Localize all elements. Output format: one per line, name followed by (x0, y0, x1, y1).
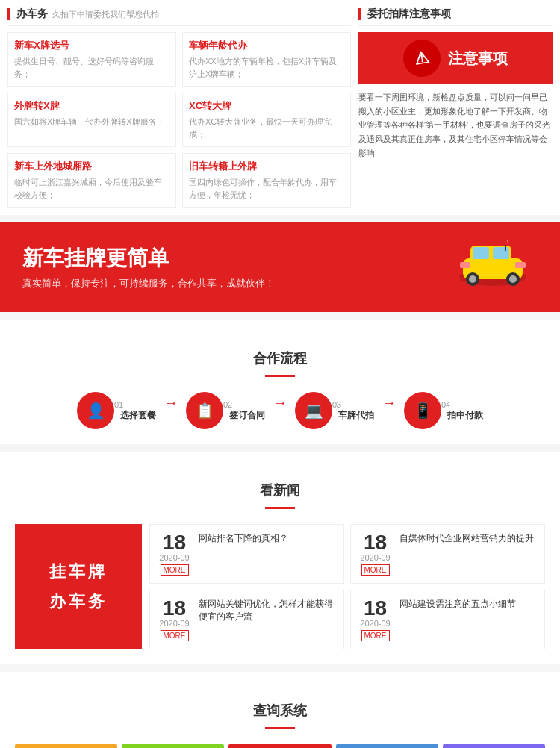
svg-rect-9 (515, 262, 526, 268)
process-step-0: 👤 01 选择套餐 (77, 392, 156, 429)
service-card-2[interactable]: 外牌转X牌 国六如将X牌车辆，代办外牌转X牌服务； (7, 93, 176, 147)
news-day-0: 18 (158, 532, 191, 553)
service-title-4: 新车上外地城厢路 (14, 160, 169, 173)
service-desc-3: 代办XC转大牌业务，最快一天可办理完成； (189, 116, 344, 140)
news-date-2: 18 2020-09 MORE (158, 598, 191, 641)
service-desc-5: 国四内绿色可操作，配合年龄代办，用车方便，年检无忧； (189, 176, 344, 201)
svg-text:!: ! (507, 239, 508, 244)
news-more-2[interactable]: MORE (161, 630, 189, 641)
news-title: 看新闻 (15, 481, 545, 499)
notice-badge-text: 注意事项 (448, 49, 508, 69)
top-section: 办车务 久拍下中请委托我们帮您代拍 新车X牌选号 提供生日号、靓号、选好号码等咨… (0, 0, 560, 215)
news-headline-0: 网站排名下降的真相？ (199, 532, 288, 545)
news-section: 看新闻 挂车牌 办车务 18 2020-09 MORE 网站排名下降的真相？ (0, 452, 560, 664)
news-month-2: 2020-09 (158, 619, 191, 628)
banner-subtitle: 真实简单，保持专注，可持续服务，合作共享，成就伙伴！ (22, 277, 275, 290)
step-num-2: 03 (332, 400, 374, 409)
process-section: 合作流程 👤 01 选择套餐 → 📋 02 签订合同 → (0, 320, 560, 444)
service-card-5[interactable]: 旧车转籍上外牌 国四内绿色可操作，配合年龄代办，用车方便，年检无忧； (182, 153, 351, 208)
query-btn-0[interactable]: 上海机牌拍卖价查询 (15, 744, 117, 748)
services-left: 办车务 久拍下中请委托我们帮您代拍 新车X牌选号 提供生日号、靓号、选好号码等咨… (7, 7, 351, 208)
service-desc-2: 国六如将X牌车辆，代办外牌转X牌服务； (14, 116, 169, 128)
news-card-3[interactable]: 18 2020-09 MORE 网站建设需注意的五点小细节 (350, 590, 545, 649)
news-card-1[interactable]: 18 2020-09 MORE 自媒体时代企业网站营销力的提升 (350, 524, 545, 584)
process-title: 合作流程 (15, 349, 545, 367)
news-headline-1: 自媒体时代企业网站营销力的提升 (399, 532, 534, 545)
news-card-2[interactable]: 18 2020-09 MORE 新网站关键词优化，怎样才能获得便宜的客户流 (149, 590, 344, 649)
news-promo: 挂车牌 办车务 (15, 524, 142, 649)
news-day-3: 18 (358, 598, 392, 619)
service-desc-4: 临时可上浙江嘉兴城厢，今后使用及验车校验方便； (14, 176, 169, 201)
news-day-1: 18 (358, 532, 392, 553)
notice-title: 委托拍牌注意事项 (367, 7, 451, 21)
notice-icon: ⚠ (400, 37, 444, 80)
service-card-4[interactable]: 新车上外地城厢路 临时可上浙江嘉兴城厢，今后使用及验车校验方便； (7, 153, 176, 208)
banner-title: 新车挂牌更简单 (22, 244, 275, 272)
news-content-2: 新网站关键词优化，怎样才能获得便宜的客户流 (199, 598, 336, 627)
services-title: 办车务 (16, 7, 48, 21)
svg-point-6 (469, 275, 476, 283)
service-desc-1: 代办XX地方的车辆年检，包括X牌车辆及沪上X牌车辆； (189, 55, 344, 80)
query-btn-1[interactable]: 标书是否激活查询 (122, 744, 224, 748)
step-label-0: 选择套餐 (120, 409, 156, 422)
service-title-2: 外牌转X牌 (14, 99, 169, 113)
query-btn-4[interactable]: 单位竞拍成交查询 (443, 744, 545, 748)
news-more-0[interactable]: MORE (161, 564, 189, 576)
news-promo-line-1: 办车务 (49, 587, 108, 617)
service-grid: 新车X牌选号 提供生日号、靓号、选好号码等咨询服务； 车辆年龄代办 代办XX地方… (7, 32, 351, 208)
step-label-2: 车牌代拍 (338, 409, 374, 422)
news-more-3[interactable]: MORE (361, 630, 390, 641)
service-card-0[interactable]: 新车X牌选号 提供生日号、靓号、选好号码等咨询服务； (7, 32, 176, 87)
process-step-2: 💻 03 车牌代拍 (295, 392, 374, 429)
process-underline (265, 375, 295, 377)
query-title: 查询系统 (15, 702, 545, 720)
banner: 新车挂牌更简单 真实简单，保持专注，可持续服务，合作共享，成就伙伴！ ! (0, 222, 560, 312)
notice-content: 要看一下周围环境，新检盘点质量，可以问一问早已搬入的小区业主，更加形象化地了解一… (358, 90, 553, 160)
step-label-1: 签订合同 (229, 409, 265, 422)
car-mascot-icon: ! (452, 232, 534, 302)
svg-rect-3 (473, 247, 489, 259)
process-step-1: 📋 02 签订合同 (186, 392, 265, 429)
notice-badge: ⚠ 注意事项 (358, 32, 553, 84)
svg-rect-4 (493, 247, 509, 259)
process-steps: 👤 01 选择套餐 → 📋 02 签订合同 → 💻 (15, 392, 545, 429)
news-headline-3: 网站建设需注意的五点小细节 (399, 598, 516, 611)
news-month-0: 2020-09 (158, 553, 191, 562)
service-desc-0: 提供生日号、靓号、选好号码等咨询服务； (14, 55, 169, 80)
step-num-3: 04 (441, 400, 483, 409)
news-underline (265, 507, 295, 509)
notice-header: 委托拍牌注意事项 (358, 7, 553, 26)
news-month-1: 2020-09 (358, 553, 392, 562)
service-title-3: XC转大牌 (189, 99, 344, 113)
process-step-3: 📱 04 拍中付款 (404, 392, 483, 429)
service-card-1[interactable]: 车辆年龄代办 代办XX地方的车辆年检，包括X牌车辆及沪上X牌车辆； (182, 32, 351, 87)
step-num-0: 01 (114, 400, 156, 409)
news-headline-2: 新网站关键词优化，怎样才能获得便宜的客户流 (199, 598, 336, 623)
service-title-5: 旧车转籍上外牌 (189, 160, 344, 173)
news-day-2: 18 (158, 598, 191, 619)
query-btn-2[interactable]: 客车嘉宾在线支付 (228, 744, 331, 748)
step-label-3: 拍中付款 (447, 409, 483, 422)
query-btn-3[interactable]: 个人竞拍成交查询 (336, 744, 438, 748)
step-num-1: 02 (223, 400, 265, 409)
query-section: 查询系统 上海机牌拍卖价查询 标书是否激活查询 客车嘉宾在线支付 个人竞拍成交查… (0, 672, 560, 748)
query-underline (265, 727, 295, 729)
banner-left: 新车挂牌更简单 真实简单，保持专注，可持续服务，合作共享，成就伙伴！ (22, 244, 275, 290)
news-date-0: 18 2020-09 MORE (158, 532, 191, 576)
news-card-0[interactable]: 18 2020-09 MORE 网站排名下降的真相？ (149, 524, 344, 584)
news-month-3: 2020-09 (358, 619, 392, 628)
step-circle-2: 💻 (295, 392, 332, 429)
service-title-1: 车辆年龄代办 (189, 39, 344, 52)
news-date-3: 18 2020-09 MORE (358, 598, 392, 641)
services-subtitle: 久拍下中请委托我们帮您代拍 (52, 9, 159, 20)
svg-rect-10 (460, 262, 470, 268)
service-title-0: 新车X牌选号 (14, 39, 169, 52)
news-more-1[interactable]: MORE (361, 564, 390, 576)
notice-section: 委托拍牌注意事项 ⚠ 注意事项 要看一下周围环境，新检盘点质量，可以问一问早已搬… (358, 7, 553, 208)
service-card-3[interactable]: XC转大牌 代办XC转大牌业务，最快一天可办理完成； (182, 93, 351, 147)
news-inner: 挂车牌 办车务 18 2020-09 MORE 网站排名下降的真相？ 18 20… (15, 524, 545, 649)
step-arrow-0: → (164, 394, 178, 411)
news-content-3: 网站建设需注意的五点小细节 (399, 598, 516, 614)
step-arrow-1: → (273, 394, 287, 411)
news-content-0: 网站排名下降的真相？ (199, 532, 288, 549)
